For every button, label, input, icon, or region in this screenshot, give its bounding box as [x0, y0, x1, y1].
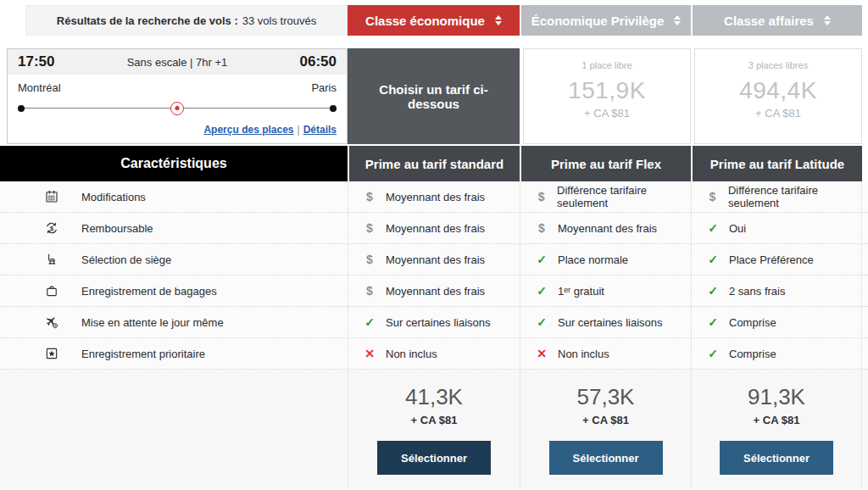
- fare-latitude-summary: 91,3K + CA $81 Sélectionner: [691, 370, 862, 489]
- check-icon: ✓: [364, 315, 376, 329]
- table-row: $ Remboursable $ Moyennant des frais $ M…: [0, 213, 868, 244]
- cell-flex: ✓ 1ᵉʳ gratuit: [520, 276, 691, 306]
- route-timeline: [18, 102, 337, 115]
- origin-city: Montréal: [18, 81, 61, 94]
- sort-arrows-icon: [674, 15, 681, 25]
- latitude-points: 91,3K: [748, 384, 805, 410]
- fare-header-standard: Prime au tarif standard: [348, 146, 520, 181]
- flex-points: 57,3K: [577, 384, 635, 410]
- business-fare-card[interactable]: 3 places libres 494,4K + CA $81: [694, 48, 862, 144]
- fare-footer: 41,3K + CA $81 Sélectionner 57,3K + CA $…: [0, 370, 868, 489]
- links-separator: |: [298, 124, 300, 136]
- business-availability: 3 places libres: [748, 60, 808, 70]
- cell-text: Différence tarifaire seulement: [557, 184, 691, 209]
- priority-checkin-icon: [44, 346, 59, 361]
- cell-text: Oui: [729, 222, 746, 235]
- cell-text: Comprise: [729, 348, 776, 360]
- check-icon: ✓: [707, 347, 719, 360]
- table-row: Enregistrement de bagages $ Moyennant de…: [0, 276, 868, 307]
- fare-flex-summary: 57,3K + CA $81 Sélectionner: [520, 370, 691, 489]
- flex-cash: + CA $81: [582, 414, 629, 426]
- feature-label: Enregistrement prioritaire: [81, 348, 205, 360]
- feature-label: Remboursable: [81, 222, 153, 235]
- seat-preview-link[interactable]: Aperçu des places: [203, 124, 293, 136]
- cell-standard: ✕ Non inclus: [348, 338, 520, 369]
- check-icon: ✓: [707, 284, 719, 298]
- tab-business-label: Classe affaires: [724, 14, 814, 28]
- premium-economy-availability: 1 place libre: [581, 60, 632, 70]
- business-cash: + CA $81: [755, 107, 801, 120]
- route-cities: Montréal Paris: [8, 75, 347, 94]
- cell-text: Moyennant des frais: [558, 222, 657, 235]
- table-row: Modifications $ Moyennant des frais $ Di…: [0, 181, 868, 213]
- flight-row: 17:50 Sans escale | 7hr +1 06:50 Montréa…: [0, 48, 868, 144]
- destination-dot: [330, 105, 337, 112]
- cross-icon: ✕: [364, 347, 376, 360]
- cell-text: Sur certaines liaisons: [386, 316, 491, 329]
- premium-economy-points: 151,9K: [568, 77, 646, 104]
- table-row: Enregistrement prioritaire ✕ Non inclus …: [0, 338, 868, 370]
- cell-flex: $ Moyennant des frais: [520, 213, 691, 243]
- tab-business[interactable]: Classe affaires: [691, 5, 862, 36]
- results-count: 33 vols trouvés: [242, 14, 316, 27]
- refund-icon: $: [44, 220, 59, 236]
- cell-text: 2 sans frais: [729, 285, 785, 298]
- standard-cash: + CA $81: [411, 414, 458, 426]
- fee-icon: $: [707, 190, 718, 203]
- sort-arrows-icon: [495, 15, 502, 25]
- business-points: 494,4K: [739, 77, 817, 104]
- cell-flex: $ Différence tarifaire seulement: [520, 181, 691, 212]
- select-flex-button[interactable]: Sélectionner: [549, 441, 663, 475]
- fee-icon: $: [536, 190, 547, 203]
- standard-points: 41,3K: [405, 384, 463, 410]
- cell-text: Moyennant des frais: [386, 285, 485, 298]
- cell-text: Moyennant des frais: [386, 222, 485, 235]
- footer-spacer: [0, 370, 348, 489]
- flight-times-strip: 17:50 Sans escale | 7hr +1 06:50: [8, 49, 347, 75]
- check-icon: ✓: [707, 253, 719, 266]
- destination-city: Paris: [311, 81, 337, 94]
- check-icon: ✓: [536, 315, 548, 329]
- same-day-standby-icon: [44, 315, 59, 330]
- fare-header-latitude: Prime au tarif Latitude: [691, 146, 862, 181]
- feature-label: Mise en attente le jour même: [81, 316, 224, 329]
- premium-economy-fare-card[interactable]: 1 place libre 151,9K + CA $81: [523, 48, 691, 144]
- check-icon: ✓: [536, 253, 548, 266]
- flight-card: 17:50 Sans escale | 7hr +1 06:50 Montréa…: [7, 48, 348, 144]
- check-icon: ✓: [536, 284, 548, 298]
- details-link[interactable]: Détails: [303, 124, 337, 136]
- tab-economy[interactable]: Classe économique: [348, 5, 520, 36]
- cell-text: Moyennant des frais: [386, 191, 485, 203]
- fare-standard-summary: 41,3K + CA $81 Sélectionner: [348, 370, 520, 489]
- check-icon: ✓: [707, 221, 719, 235]
- calendar-icon: [44, 189, 59, 204]
- cell-flex: ✕ Non inclus: [520, 338, 691, 369]
- cell-text: Non inclus: [386, 348, 437, 360]
- cell-standard: $ Moyennant des frais: [348, 244, 520, 275]
- results-label: Résultats de la recherche de vols :: [57, 14, 238, 27]
- svg-text:$: $: [50, 225, 54, 232]
- cell-standard: ✓ Sur certaines liaisons: [348, 307, 520, 337]
- fee-icon: $: [536, 221, 548, 235]
- fee-icon: $: [364, 190, 376, 203]
- feature-label: Sélection de siège: [81, 253, 171, 266]
- cell-flex: ✓ Place normale: [520, 244, 691, 275]
- origin-dot: [18, 105, 25, 112]
- tab-premium-economy[interactable]: Économique Privilège: [520, 5, 691, 36]
- tab-premium-economy-label: Économique Privilège: [531, 14, 665, 28]
- cell-text: Comprise: [729, 316, 776, 329]
- search-results-summary: Résultats de la recherche de vols : 33 v…: [25, 5, 348, 36]
- cell-standard: $ Moyennant des frais: [348, 276, 520, 306]
- cross-icon: ✕: [536, 347, 548, 360]
- cell-latitude: ✓ Oui: [691, 213, 862, 243]
- sort-arrows-icon: [824, 15, 831, 25]
- select-latitude-button[interactable]: Sélectionner: [720, 441, 833, 475]
- cell-text: Non inclus: [558, 348, 609, 360]
- feature-label: Modifications: [81, 191, 146, 203]
- table-row: Mise en attente le jour même ✓ Sur certa…: [0, 307, 868, 338]
- baggage-icon: [44, 283, 59, 298]
- maple-leaf-roundel-icon: [170, 102, 184, 115]
- cell-latitude: ✓ Comprise: [691, 307, 862, 337]
- cell-text: 1ᵉʳ gratuit: [558, 285, 604, 298]
- select-standard-button[interactable]: Sélectionner: [377, 441, 491, 475]
